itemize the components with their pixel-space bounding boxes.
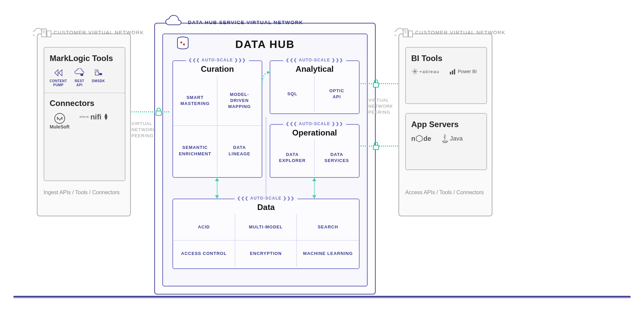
node-icon — [416, 135, 423, 142]
svg-rect-22 — [373, 83, 379, 87]
connector-line — [314, 179, 315, 197]
peering-label: VIRTUAL NETWORK PEERING — [368, 97, 393, 116]
cell: DATA SERVICES — [315, 140, 359, 176]
bi-tools-panel: BI Tools +ableau Power BI — [405, 47, 487, 104]
connector-label: MuleSoft — [50, 124, 69, 129]
tool-label: CONTENT PUMP — [50, 79, 67, 87]
app-servers-panel: App Servers n de Java — [405, 113, 487, 170]
cell: ACID — [173, 214, 235, 240]
panel-title: MarkLogic Tools — [50, 54, 119, 63]
dmsdk-icon — [93, 68, 103, 78]
tool-content-pump: CONTENT PUMP — [50, 68, 67, 87]
app-server-node: n de — [411, 135, 431, 143]
svg-rect-12 — [452, 70, 453, 74]
customer-network-right: BI Tools +ableau Power BI App Servers n … — [398, 34, 492, 216]
panel-title: BI Tools — [411, 54, 481, 63]
content-pump-icon — [54, 68, 63, 78]
cell: MACHINE LEARNING — [297, 240, 359, 267]
dhs-label: DATA HUB SERVICE VIRTUAL NETWORK — [188, 19, 303, 25]
arrow-up-icon — [312, 178, 316, 181]
bi-tool-label: +ableau — [419, 69, 440, 74]
separator — [44, 93, 125, 93]
cell: OPTIC API — [315, 76, 359, 112]
svg-rect-0 — [80, 74, 83, 76]
connector-curve — [261, 70, 271, 89]
svg-rect-4 — [47, 31, 51, 37]
marklogic-tools-panel: MarkLogic Tools CONTENT PUMP REST API — [44, 47, 125, 181]
bi-tool-tableau: +ableau — [411, 68, 440, 75]
svg-point-2 — [55, 113, 65, 123]
rest-api-icon — [74, 68, 85, 78]
module-operational: AUTO-SCALE Operational DATA EXPLORER DAT… — [270, 124, 360, 178]
panel-title: Connectors — [50, 99, 119, 108]
autoscale-tag: AUTO-SCALE — [186, 58, 249, 62]
app-server-label: n — [411, 135, 415, 143]
tableau-icon — [411, 68, 419, 75]
peering-label: VIRTUAL NETWORK PEERING — [131, 121, 156, 139]
connector-row: MuleSoft APACHE nifi — [50, 113, 119, 129]
arrow-down-icon — [312, 195, 316, 199]
module-title: Analytical — [270, 64, 359, 74]
autoscale-tag: AUTO-SCALE — [283, 121, 346, 126]
cell: ACCESS CONTROL — [173, 240, 235, 267]
mulesoft-icon — [54, 113, 65, 124]
app-server-label: Java — [450, 135, 463, 142]
cell: ENCRYPTION — [235, 240, 297, 267]
lock-icon — [372, 142, 380, 150]
cell: SMART MASTERING — [173, 76, 217, 126]
data-hub-title: DATA HUB — [163, 38, 367, 51]
nifi-icon — [103, 113, 109, 121]
powerbi-icon — [449, 68, 457, 75]
svg-rect-23 — [373, 145, 379, 150]
cell: SEMANTIC ENRICHMENT — [173, 126, 217, 176]
module-title: Curation — [173, 64, 262, 74]
cloud-icon — [164, 15, 183, 28]
tool-row: CONTENT PUMP REST API DMSDK — [50, 68, 119, 87]
cell: DATA EXPLORER — [270, 140, 315, 176]
svg-rect-21 — [156, 111, 161, 115]
cloud-building-icon — [394, 26, 415, 40]
app-server-label: de — [423, 135, 431, 143]
module-curation: AUTO-SCALE Curation SMART MASTERING MODE… — [172, 60, 262, 178]
arrow-up-icon — [215, 178, 219, 181]
connector-nifi: APACHE nifi — [79, 113, 109, 121]
footer-text: Ingest APIs / Tools / Connectors — [44, 190, 120, 196]
module-data: AUTO-SCALE Data ACID MULTI-MODEL SEARCH … — [172, 199, 360, 269]
tool-rest-api: REST API — [74, 68, 85, 87]
baseline — [13, 296, 631, 299]
module-title: Data — [173, 203, 359, 212]
bi-tool-label: Power BI — [458, 69, 477, 74]
lock-icon — [155, 107, 162, 116]
footer-text: Access APIs / Tools / Connectors — [405, 190, 484, 196]
panel-title: App Servers — [411, 120, 481, 129]
svg-rect-17 — [409, 31, 413, 37]
java-icon — [441, 134, 449, 143]
cell: MULTI-MODEL — [235, 214, 297, 240]
customer-network-left: MarkLogic Tools CONTENT PUMP REST API — [37, 34, 131, 216]
tool-label: REST API — [75, 79, 85, 87]
svg-rect-13 — [454, 69, 455, 74]
tool-dmsdk: DMSDK — [92, 68, 105, 83]
svg-rect-11 — [450, 72, 451, 74]
connector-label: nifi — [90, 113, 101, 121]
bi-tool-powerbi: Power BI — [449, 68, 477, 75]
cloud-building-icon — [33, 26, 53, 40]
peering-connector-left — [131, 111, 169, 112]
module-analytical: AUTO-SCALE Analytical SQL OPTIC API — [270, 60, 360, 114]
autoscale-tag: AUTO-SCALE — [283, 58, 346, 62]
tool-label: DMSDK — [92, 79, 105, 83]
internal-connector — [266, 117, 266, 198]
dhs-network: DATA HUB AUTO-SCALE Curation SMART MASTE… — [154, 23, 376, 294]
cell: SEARCH — [297, 214, 359, 240]
network-label: CUSTOMER VIRTUAL NETWORK — [415, 30, 505, 35]
connector-line — [217, 179, 218, 197]
cell: DATA LINEAGE — [217, 126, 262, 176]
arrow-down-icon — [215, 195, 219, 199]
svg-point-15 — [443, 142, 447, 143]
apache-label: APACHE — [79, 116, 89, 118]
svg-rect-1 — [99, 73, 102, 75]
cell: SQL — [270, 76, 315, 112]
network-label: CUSTOMER VIRTUAL NETWORK — [54, 30, 144, 35]
lock-icon — [372, 79, 380, 88]
connector-mulesoft: MuleSoft — [50, 113, 69, 129]
